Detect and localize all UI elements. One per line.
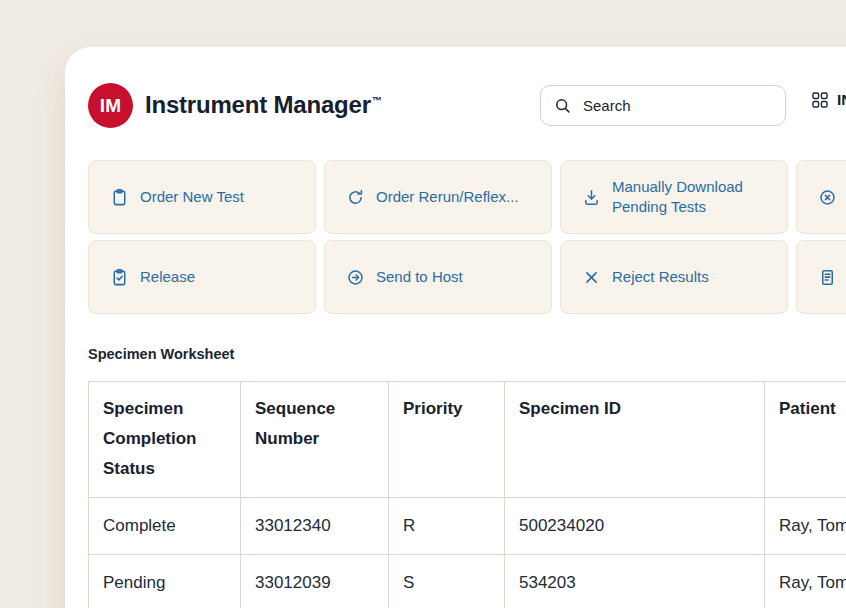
cell-specimen-id: 534203 bbox=[505, 555, 765, 608]
action-label: Release bbox=[140, 267, 195, 287]
x-icon bbox=[582, 268, 601, 287]
search-box[interactable] bbox=[540, 85, 786, 126]
search-icon bbox=[554, 97, 572, 115]
search-input[interactable] bbox=[581, 96, 772, 115]
action-button-grid: Order New Test Order Rerun/Reflex... bbox=[88, 160, 846, 314]
specimen-worksheet-table: Specimen Completion Status Sequence Numb… bbox=[88, 381, 846, 608]
table-row[interactable]: Complete 33012340 R 500234020 Ray, Tom bbox=[89, 498, 846, 555]
arrow-right-circle-icon bbox=[346, 268, 365, 287]
clipboard-check-icon bbox=[110, 268, 129, 287]
action-order-rerun-reflex[interactable]: Order Rerun/Reflex... bbox=[324, 160, 552, 234]
cell-patient: Ray, Tom bbox=[765, 555, 846, 608]
cell-specimen-id: 500234020 bbox=[505, 498, 765, 555]
action-label: Order New Test bbox=[140, 187, 244, 207]
table-row[interactable]: Pending 33012039 S 534203 Ray, Tom bbox=[89, 555, 846, 608]
cell-completion-status: Complete bbox=[89, 498, 241, 555]
cell-completion-status: Pending bbox=[89, 555, 241, 608]
app-logo-text: IM bbox=[100, 95, 122, 117]
action-send-to-host[interactable]: Send to Host bbox=[324, 240, 552, 314]
col-header-patient: Patient bbox=[765, 382, 846, 498]
cell-priority: R bbox=[389, 498, 505, 555]
action-manually-download-pending-tests[interactable]: Manually Download Pending Tests bbox=[560, 160, 788, 234]
action-order-new-test[interactable]: Order New Test bbox=[88, 160, 316, 234]
download-icon bbox=[582, 188, 601, 207]
action-partial[interactable]: A R bbox=[796, 240, 846, 314]
action-release[interactable]: Release bbox=[88, 240, 316, 314]
action-label: Send to Host bbox=[376, 267, 463, 287]
action-label: Manually Download Pending Tests bbox=[612, 177, 775, 217]
app-background: IM Instrument Manager™ bbox=[0, 0, 846, 608]
app-logo: IM bbox=[88, 83, 133, 128]
action-reject-results[interactable]: Reject Results bbox=[560, 240, 788, 314]
circle-x-icon bbox=[818, 188, 837, 207]
grid-menu-icon[interactable] bbox=[811, 91, 829, 109]
cell-sequence-number: 33012039 bbox=[241, 555, 389, 608]
action-label: Order Rerun/Reflex... bbox=[376, 187, 519, 207]
table-header-row: Specimen Completion Status Sequence Numb… bbox=[89, 382, 846, 498]
app-title-text: Instrument Manager bbox=[145, 91, 371, 118]
col-header-sequence-number: Sequence Number bbox=[241, 382, 389, 498]
cell-priority: S bbox=[389, 555, 505, 608]
app-title: Instrument Manager™ bbox=[145, 91, 382, 119]
cell-patient: Ray, Tom bbox=[765, 498, 846, 555]
action-cancel-partial[interactable]: C bbox=[796, 160, 846, 234]
cell-sequence-number: 33012340 bbox=[241, 498, 389, 555]
app-window: IM Instrument Manager™ bbox=[65, 47, 846, 608]
nav-partial-label: IN bbox=[837, 91, 846, 109]
rerun-icon bbox=[346, 188, 365, 207]
top-nav-right: IN bbox=[811, 91, 846, 109]
clipboard-icon bbox=[110, 188, 129, 207]
trademark-symbol: ™ bbox=[372, 95, 382, 106]
col-header-priority: Priority bbox=[389, 382, 505, 498]
action-label: Reject Results bbox=[612, 267, 709, 287]
document-icon bbox=[818, 268, 837, 287]
worksheet-title: Specimen Worksheet bbox=[88, 346, 234, 362]
col-header-specimen-completion-status: Specimen Completion Status bbox=[89, 382, 241, 498]
col-header-specimen-id: Specimen ID bbox=[505, 382, 765, 498]
